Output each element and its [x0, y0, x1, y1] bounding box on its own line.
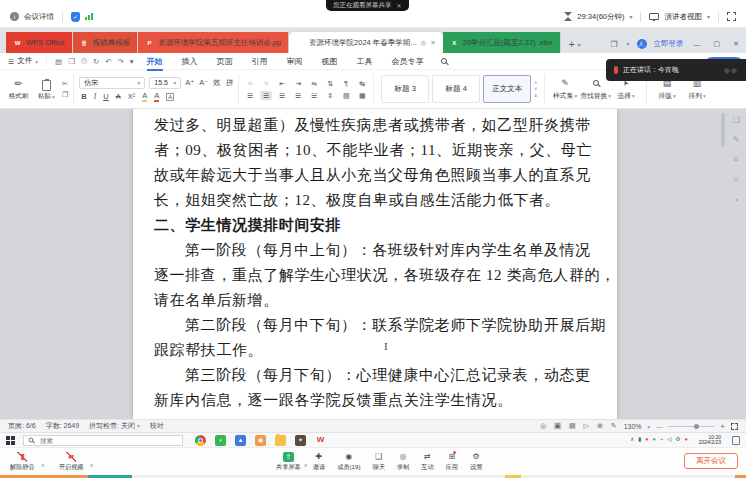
menu-item-insert[interactable]: 插入	[181, 54, 199, 69]
invite-button[interactable]: ✚ 邀请	[313, 452, 325, 472]
close-window-button[interactable]	[730, 40, 742, 48]
sort-icon[interactable]: ⇅	[324, 79, 336, 88]
tray-qq-icon[interactable]: ●	[645, 437, 648, 443]
decrease-indent-icon[interactable]: ⇤	[276, 79, 288, 88]
menu-item-view[interactable]: 视图	[321, 54, 339, 69]
spell-check-status[interactable]: 拼写检查: 关闭	[89, 421, 140, 431]
text-effect-icon[interactable]: 效	[213, 78, 221, 88]
wechat-icon[interactable]: ◖	[215, 435, 226, 446]
tab-list-icon[interactable]: ▾	[578, 41, 581, 48]
style-body-text[interactable]: 正文文本	[483, 75, 531, 103]
share-screen-button[interactable]: ⇧ 共享屏幕	[276, 452, 301, 472]
menu-item-page[interactable]: 页面	[216, 54, 234, 69]
meeting-details-link[interactable]: 会议详情	[24, 12, 54, 22]
chat-button[interactable]: ❏ 聊天	[373, 452, 385, 472]
leave-meeting-button[interactable]: 离开会议	[684, 453, 738, 469]
search-input[interactable]	[38, 436, 178, 445]
save-icon[interactable]: ▤	[55, 57, 62, 66]
apps-button[interactable]: ⊞ 应用	[446, 452, 458, 472]
character-border-icon[interactable]: A	[166, 93, 174, 101]
superscript-icon[interactable]: X²	[128, 92, 136, 101]
align-right-icon[interactable]: ☰	[276, 91, 288, 100]
pin-icon[interactable]	[421, 39, 427, 47]
read-mode-icon[interactable]: ▷	[583, 422, 590, 430]
tencent-meeting-icon[interactable]: ◉	[255, 435, 266, 446]
zoom-in-button[interactable]	[720, 422, 725, 431]
notification-icon[interactable]	[732, 436, 740, 445]
proofread-button[interactable]: 校对	[150, 421, 164, 431]
menu-item-references[interactable]: 引用	[251, 54, 269, 69]
zoom-slider-thumb[interactable]	[694, 424, 699, 429]
zoom-out-button[interactable]	[656, 423, 662, 430]
single-page-view-icon[interactable]: ▣	[553, 422, 562, 430]
highlight-color-icon[interactable]: A	[142, 92, 147, 102]
members-button[interactable]: ◉ 成员(19)	[337, 452, 360, 472]
document-page[interactable]: 发过多、明显超重）及慢性疾病患者或携带者，如乙型肝炎携带者；09、极贫困者；10…	[133, 109, 617, 419]
style-gallery-stepper[interactable]	[534, 81, 537, 98]
zoom-slider[interactable]	[668, 426, 714, 427]
tray-mic-icon[interactable]: ▮	[638, 437, 641, 443]
tray-expand-icon[interactable]: ∧	[630, 437, 634, 443]
fullscreen-icon[interactable]	[727, 12, 736, 21]
cut-icon[interactable]: ✂	[62, 80, 68, 88]
numbered-list-icon[interactable]: ⁙	[260, 79, 272, 88]
wps-home-tab[interactable]: W WPS Office	[6, 32, 73, 53]
font-color-icon[interactable]: A	[154, 92, 159, 102]
font-name-select[interactable]: 仿宋	[79, 77, 145, 89]
search-icon[interactable]	[441, 58, 447, 64]
close-icon[interactable]: ✕	[397, 2, 402, 9]
word-count[interactable]: 字数: 2649	[46, 421, 79, 431]
info-icon[interactable]	[10, 12, 19, 21]
border-icon[interactable]: ▦	[356, 91, 368, 100]
bold-icon[interactable]: B	[81, 92, 86, 101]
unmute-button[interactable]: 解除静音	[10, 452, 43, 472]
tray-settings-icon[interactable]: ⚙	[675, 437, 680, 443]
print-icon[interactable]: ⎙	[81, 56, 87, 66]
menu-item-membership[interactable]: 会员专享	[391, 54, 425, 69]
align-center-icon[interactable]: ☰	[260, 91, 272, 100]
web-layout-icon[interactable]: ⊕	[596, 422, 604, 430]
decrease-font-icon[interactable]: A⁻	[199, 78, 208, 87]
wps-app-icon[interactable]: W	[315, 435, 326, 446]
taskbar-search[interactable]	[23, 435, 183, 446]
text-direction-icon[interactable]: ⇋	[308, 79, 320, 88]
tab-active-doc[interactable]: W 资源环境学院2024 年春季学期...	[289, 32, 443, 53]
line-spacing-icon[interactable]: ⇕	[324, 91, 336, 100]
line-break-icon[interactable]: ↹	[356, 79, 368, 88]
shading-icon[interactable]: ▨	[340, 91, 352, 100]
align-left-icon[interactable]: ☰	[244, 91, 256, 100]
navigation-panel-icon[interactable]: ⌗	[734, 175, 739, 185]
style-set-button[interactable]: 样式集	[550, 72, 580, 106]
chevron-up-icon[interactable]	[41, 453, 45, 471]
eye-protect-icon[interactable]: ◎	[539, 422, 547, 430]
copy-icon[interactable]: ❐	[62, 91, 68, 99]
underline-icon[interactable]: U	[103, 92, 108, 101]
interact-button[interactable]: ⇄ 互动	[421, 452, 433, 472]
menu-item-tools[interactable]: 工具	[356, 54, 374, 69]
increase-font-icon[interactable]: A⁺	[185, 78, 194, 87]
close-tab-icon[interactable]	[430, 39, 435, 47]
login-button[interactable]: 立即登录	[654, 39, 684, 49]
paragraph-marks-icon[interactable]: ¶	[340, 79, 352, 88]
tab-training-ppt[interactable]: P 资源环境学院第五期班主任培训会.pp	[138, 32, 289, 53]
chevron-down-icon[interactable]	[648, 423, 651, 430]
avatar[interactable]: 人	[637, 39, 647, 49]
theme-icon[interactable]	[625, 40, 630, 49]
settings-button[interactable]: ⚙ 设置	[470, 452, 482, 472]
comment-panel-icon[interactable]: ❑	[732, 115, 739, 124]
redo-icon[interactable]: ↷	[117, 57, 123, 66]
taskbar-clock[interactable]: 10:20 2024/2/23	[699, 435, 721, 446]
app-icon-dark[interactable]: ✦	[295, 435, 306, 446]
justify-icon[interactable]: ☰	[292, 91, 304, 100]
italic-icon[interactable]: I	[94, 92, 97, 101]
paste-button[interactable]: 粘贴	[34, 78, 59, 101]
restore-button[interactable]	[711, 40, 724, 48]
help-panel-icon[interactable]: ◔	[734, 196, 739, 205]
tray-volume-icon[interactable]: ◁	[667, 437, 671, 443]
chevron-down-icon[interactable]: ▾	[629, 13, 632, 20]
increase-indent-icon[interactable]: ⇥	[292, 79, 304, 88]
style-heading-3[interactable]: 标题 3	[381, 75, 429, 103]
strikethrough-icon[interactable]: A	[116, 92, 121, 101]
style-heading-4[interactable]: 标题 4	[432, 75, 480, 103]
record-button[interactable]: ◎ 录制	[397, 452, 409, 472]
